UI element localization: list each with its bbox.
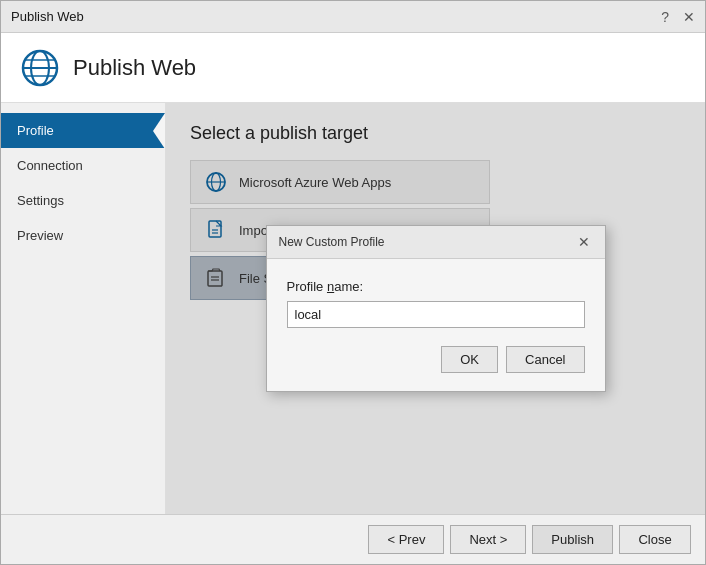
modal-body: Profile name: OK Cancel xyxy=(267,259,605,391)
main-content: Profile Connection Settings Preview Sele… xyxy=(1,103,705,514)
footer: < Prev Next > Publish Close xyxy=(1,514,705,564)
help-icon[interactable]: ? xyxy=(661,9,669,25)
sidebar-item-profile[interactable]: Profile xyxy=(1,113,165,148)
new-custom-profile-dialog: New Custom Profile ✕ Profile name: OK Ca… xyxy=(266,225,606,392)
cancel-button[interactable]: Cancel xyxy=(506,346,584,373)
title-bar-actions: ? ✕ xyxy=(661,9,695,25)
title-bar: Publish Web ? ✕ xyxy=(1,1,705,33)
profile-name-label: Profile name: xyxy=(287,279,585,294)
title-bar-title: Publish Web xyxy=(11,9,84,24)
title-bar-left: Publish Web xyxy=(11,9,84,24)
modal-close-icon[interactable]: ✕ xyxy=(575,233,593,251)
profile-name-input[interactable] xyxy=(287,301,585,328)
main-window: Publish Web ? ✕ Publish Web Profile xyxy=(0,0,706,565)
sidebar-item-preview[interactable]: Preview xyxy=(1,218,165,253)
content-area: Select a publish target Microsoft Azure … xyxy=(166,103,705,514)
prev-button[interactable]: < Prev xyxy=(368,525,444,554)
header: Publish Web xyxy=(1,33,705,103)
publish-button[interactable]: Publish xyxy=(532,525,613,554)
modal-title: New Custom Profile xyxy=(279,235,385,249)
globe-icon xyxy=(21,49,59,87)
window-close-icon[interactable]: ✕ xyxy=(683,9,695,25)
next-button[interactable]: Next > xyxy=(450,525,526,554)
close-button[interactable]: Close xyxy=(619,525,691,554)
sidebar-item-connection[interactable]: Connection xyxy=(1,148,165,183)
ok-button[interactable]: OK xyxy=(441,346,498,373)
sidebar-item-settings[interactable]: Settings xyxy=(1,183,165,218)
modal-title-bar: New Custom Profile ✕ xyxy=(267,226,605,259)
header-title: Publish Web xyxy=(73,55,196,81)
sidebar: Profile Connection Settings Preview xyxy=(1,103,166,514)
modal-buttons: OK Cancel xyxy=(287,346,585,373)
modal-overlay: New Custom Profile ✕ Profile name: OK Ca… xyxy=(166,103,705,514)
